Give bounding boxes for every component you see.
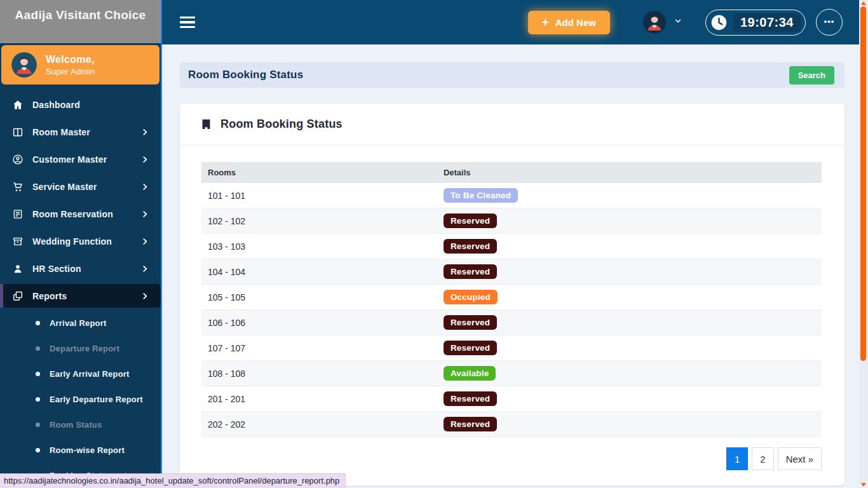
add-new-label: Add New [555,17,596,28]
chevron-right-icon [140,292,149,301]
room-cell: 105 - 105 [201,285,437,310]
menu-label: Customer Master [32,154,132,165]
room-cell: 106 - 106 [201,310,437,336]
more-options-button[interactable]: ••• [816,9,843,36]
status-badge: Available [444,366,496,381]
welcome-texts: Welcome, Super Admin [46,54,95,76]
room-cell: 104 - 104 [201,259,437,285]
welcome-greeting: Welcome, [46,54,95,65]
menu-label: Dashboard [32,100,132,110]
clock-time: 19:07:34 [733,13,801,32]
add-new-button[interactable]: + Add New [528,11,610,34]
hr-section-icon [12,263,24,274]
submenu-item-arrival-report[interactable]: Arrival Report [0,310,161,336]
room-cell: 107 - 107 [201,336,437,361]
chevron-down-icon [674,17,682,28]
submenu-item-early-departure-report[interactable]: Early Departure Report [0,386,161,412]
sidebar-item-room-master[interactable]: Room Master [0,118,161,146]
sidebar-item-reports[interactable]: Reports [0,284,161,308]
chevron-right-icon [140,210,149,219]
room-booking-status-card: Room Booking Status Rooms Details 101 - … [180,104,844,485]
sidebar-item-wedding-function[interactable]: Wedding Function [0,227,161,255]
page-title: Room Booking Status [188,69,303,81]
hamburger-menu-icon[interactable] [180,17,195,29]
chevron-right-icon [140,155,149,164]
search-button[interactable]: Search [789,66,834,85]
room-cell: 102 - 102 [201,208,437,234]
room-cell: 103 - 103 [201,234,437,259]
sidebar-menu: Dashboard Room Master Customer Master Se… [0,91,161,310]
hotel-building-icon [200,118,212,130]
sidebar: Aadija Visitant Choice Welcome, Super Ad… [0,0,162,488]
topbar-right: + Add New 19:07:34 [528,9,843,36]
submenu-item-room-status[interactable]: Room Status [0,412,161,437]
submenu-label: Early Arrival Report [50,369,130,379]
page-content: Room Booking Status Search Room Booking … [162,44,859,488]
sidebar-user-avatar-icon [11,52,37,78]
table-row: 104 - 104 Reserved [201,259,822,285]
next-page-button[interactable]: Next » [778,447,822,470]
menu-label: Room Reservation [32,209,132,219]
link-preview-statusbar: https://aadijatechnologies.co.in/aadija_… [0,473,346,488]
submenu-label: Room Status [50,420,102,430]
main-area: + Add New 19:07:34 [162,0,859,488]
table-row: 105 - 105 Occupied [201,285,822,310]
wedding-function-icon [12,236,24,247]
room-reservation-icon [12,208,24,220]
submenu-item-room-wise-report[interactable]: Room-wise Report [0,437,161,463]
room-table-body: 101 - 101 To Be Cleaned 102 - 102 Reserv… [201,183,822,437]
sidebar-item-dashboard[interactable]: Dashboard [0,91,161,118]
menu-label: HR Section [32,264,132,274]
status-badge: To Be Cleaned [444,188,518,203]
card-title-row: Room Booking Status [180,104,844,146]
submenu-label: Departure Report [50,344,119,353]
card-title: Room Booking Status [220,118,342,131]
topbar-user-avatar-icon [643,11,666,34]
sidebar-submenu: Arrival Report Departure Report Early Ar… [0,310,161,488]
page-button-2[interactable]: 2 [752,447,773,470]
scrollbar-thumb[interactable] [860,6,866,361]
room-cell: 108 - 108 [201,361,437,386]
reports-icon [12,290,24,302]
sidebar-item-customer-master[interactable]: Customer Master [0,146,161,173]
status-badge: Reserved [444,239,497,254]
service-master-icon [12,181,24,193]
chevron-right-icon [140,264,149,273]
menu-label: Room Master [32,127,132,137]
scroll-down-arrow-icon[interactable] [861,483,866,487]
table-header-row: Rooms Details [201,162,822,183]
customer-master-icon [12,154,24,165]
room-status-table: Rooms Details 101 - 101 To Be Cleaned 10… [201,162,822,437]
room-cell: 101 - 101 [201,183,437,208]
bullet-icon [36,423,40,427]
welcome-username: Super Admin [46,67,95,76]
submenu-item-early-arrival-report[interactable]: Early Arrival Report [0,361,161,386]
submenu-item-departure-report[interactable]: Departure Report [0,336,161,361]
brand-title: Aadija Visitant Choice [0,0,161,43]
status-badge: Occupied [444,290,498,304]
sidebar-item-service-master[interactable]: Service Master [0,173,161,200]
user-menu[interactable] [643,11,682,34]
sidebar-item-hr-section[interactable]: HR Section [0,255,161,282]
topbar: + Add New 19:07:34 [162,0,859,44]
table-row: 202 - 202 Reserved [201,412,822,437]
table-row: 101 - 101 To Be Cleaned [201,183,822,208]
page-button-1[interactable]: 1 [726,447,748,470]
status-badge: Reserved [444,391,497,406]
vertical-scrollbar [859,0,868,488]
sidebar-item-room-reservation[interactable]: Room Reservation [0,200,161,227]
status-badge: Reserved [444,264,497,279]
status-badge: Reserved [444,315,497,330]
bullet-icon [36,346,40,351]
scroll-up-arrow-icon[interactable] [861,1,866,5]
room-master-icon [12,126,24,138]
room-cell: 202 - 202 [201,412,437,437]
menu-label: Wedding Function [32,236,132,247]
bullet-icon [36,321,40,325]
plus-icon: + [542,18,549,27]
table-row: 106 - 106 Reserved [201,310,822,336]
pagination: 1 2 Next » [180,447,822,470]
menu-label: Service Master [32,182,132,192]
page-header: Room Booking Status Search [180,62,844,88]
table-row: 103 - 103 Reserved [201,234,822,259]
